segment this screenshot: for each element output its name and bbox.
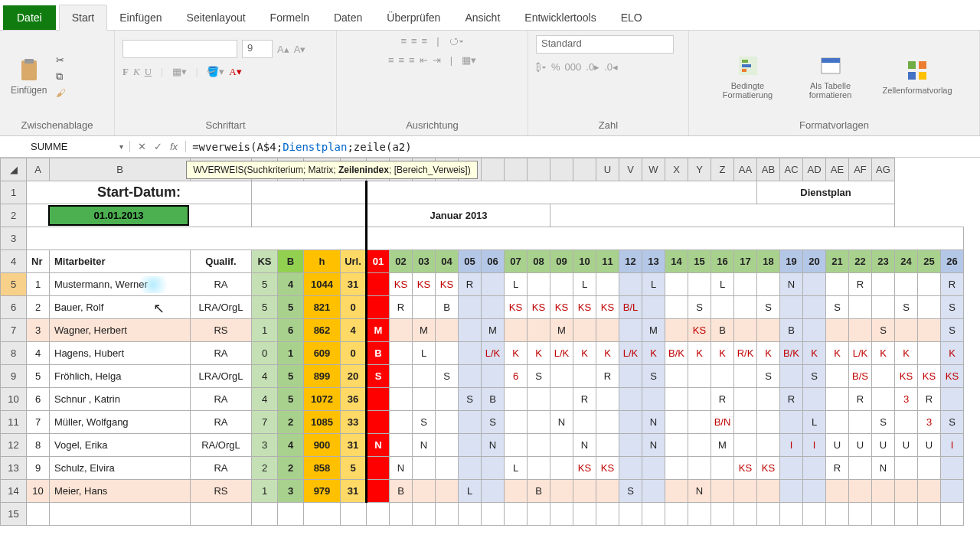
day-cell[interactable]: K <box>895 342 918 365</box>
employee-name[interactable]: Wagner, Herbert <box>50 319 191 342</box>
day-header[interactable]: 20 <box>803 250 826 273</box>
day-cell[interactable]: M <box>367 319 390 342</box>
day-cell[interactable] <box>390 434 413 457</box>
tab-start[interactable]: Start <box>59 5 108 31</box>
day-cell[interactable]: S <box>941 296 964 319</box>
day-cell[interactable] <box>528 388 550 411</box>
column-headers[interactable]: ◢ ABC UVWXYZAAABACADAEAFAG <box>1 158 964 181</box>
day-cell[interactable] <box>459 457 482 480</box>
number-format-select[interactable]: Standard <box>536 35 674 54</box>
day-header[interactable]: 02 <box>390 250 413 273</box>
day-header[interactable]: 08 <box>528 250 550 273</box>
employee-name[interactable]: Müller, Wolfgang <box>50 411 191 434</box>
day-cell[interactable] <box>918 480 941 503</box>
day-cell[interactable]: B/K <box>780 342 803 365</box>
day-cell[interactable] <box>550 434 573 457</box>
day-cell[interactable]: 6 <box>505 365 528 388</box>
day-cell[interactable] <box>596 480 619 503</box>
day-cell[interactable] <box>826 319 849 342</box>
day-cell[interactable] <box>413 365 436 388</box>
day-cell[interactable] <box>665 388 688 411</box>
day-cell[interactable]: KS <box>596 457 619 480</box>
day-cell[interactable] <box>734 296 757 319</box>
day-cell[interactable]: R <box>390 296 413 319</box>
day-cell[interactable]: M <box>413 319 436 342</box>
day-cell[interactable]: L <box>573 273 596 296</box>
align-top-icon[interactable]: ≡ <box>400 35 407 47</box>
day-cell[interactable] <box>711 365 734 388</box>
day-cell[interactable]: K <box>688 342 711 365</box>
day-header[interactable]: 17 <box>734 250 757 273</box>
day-cell[interactable]: S <box>872 319 895 342</box>
day-cell[interactable] <box>528 411 550 434</box>
day-cell[interactable] <box>436 480 459 503</box>
employee-name[interactable]: Fröhlich, Helga <box>50 365 191 388</box>
day-cell[interactable]: N <box>367 434 390 457</box>
day-cell[interactable]: M <box>550 319 573 342</box>
day-cell[interactable]: N <box>642 434 665 457</box>
day-cell[interactable]: KS <box>734 457 757 480</box>
day-cell[interactable]: KS <box>757 457 780 480</box>
font-color-button[interactable]: A▾ <box>229 66 241 78</box>
day-cell[interactable] <box>596 273 619 296</box>
day-cell[interactable]: N <box>413 434 436 457</box>
day-cell[interactable] <box>505 480 528 503</box>
day-cell[interactable]: B/L <box>619 296 642 319</box>
day-header[interactable]: 26 <box>941 250 964 273</box>
day-cell[interactable] <box>665 296 688 319</box>
day-cell[interactable]: K <box>941 342 964 365</box>
day-cell[interactable]: S <box>757 296 780 319</box>
day-cell[interactable]: L/K <box>550 342 573 365</box>
day-cell[interactable]: U <box>918 434 941 457</box>
employee-name[interactable]: Meier, Hans <box>50 480 191 503</box>
tab-file[interactable]: Datei <box>3 5 56 30</box>
day-cell[interactable] <box>619 319 642 342</box>
paste-button[interactable]: Einfügen <box>8 56 50 97</box>
tab-view[interactable]: Ansicht <box>452 5 512 30</box>
day-cell[interactable] <box>482 480 505 503</box>
day-cell[interactable]: U <box>895 434 918 457</box>
day-header[interactable]: 10 <box>573 250 596 273</box>
day-cell[interactable]: B <box>390 480 413 503</box>
day-header[interactable]: 06 <box>482 250 505 273</box>
day-cell[interactable]: B <box>367 342 390 365</box>
day-cell[interactable]: L <box>711 273 734 296</box>
select-all-corner[interactable]: ◢ <box>1 158 27 181</box>
employee-name[interactable]: Bauer, Rolf <box>50 296 191 319</box>
day-cell[interactable] <box>619 457 642 480</box>
format-painter-icon[interactable]: 🖌 <box>56 87 66 99</box>
day-cell[interactable] <box>849 319 872 342</box>
day-cell[interactable] <box>413 480 436 503</box>
day-cell[interactable]: B/K <box>665 342 688 365</box>
day-cell[interactable] <box>436 411 459 434</box>
day-header[interactable]: 21 <box>826 250 849 273</box>
merge-button[interactable]: ▦▾ <box>462 54 476 66</box>
day-cell[interactable] <box>436 319 459 342</box>
day-cell[interactable] <box>413 388 436 411</box>
day-cell[interactable] <box>918 342 941 365</box>
day-cell[interactable] <box>367 273 390 296</box>
day-cell[interactable] <box>390 411 413 434</box>
day-cell[interactable]: S <box>642 365 665 388</box>
day-cell[interactable]: N <box>872 457 895 480</box>
day-cell[interactable] <box>642 296 665 319</box>
day-header[interactable]: 04 <box>436 250 459 273</box>
align-left-icon[interactable]: ≡ <box>388 54 394 66</box>
day-cell[interactable] <box>918 457 941 480</box>
day-cell[interactable] <box>872 273 895 296</box>
day-header[interactable]: 12 <box>619 250 642 273</box>
employee-name[interactable]: Vogel, Erika <box>50 434 191 457</box>
copy-icon[interactable]: ⧉ <box>56 70 66 83</box>
day-cell[interactable] <box>390 365 413 388</box>
day-cell[interactable]: K <box>642 342 665 365</box>
day-cell[interactable] <box>367 457 390 480</box>
day-cell[interactable]: L <box>505 457 528 480</box>
day-cell[interactable]: N <box>390 457 413 480</box>
day-cell[interactable] <box>596 388 619 411</box>
day-cell[interactable]: I <box>780 434 803 457</box>
day-cell[interactable] <box>573 411 596 434</box>
day-cell[interactable] <box>849 457 872 480</box>
day-cell[interactable] <box>619 434 642 457</box>
day-cell[interactable]: S <box>941 411 964 434</box>
percent-icon[interactable]: % <box>551 61 560 73</box>
